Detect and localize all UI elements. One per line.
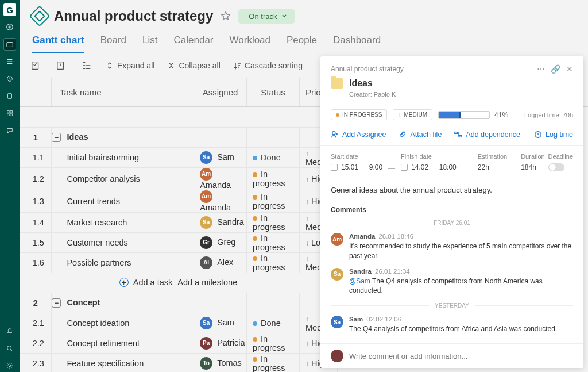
add-dependence-button[interactable]: Add dependence: [454, 131, 520, 139]
task-row[interactable]: 2.1 Concept ideation SaSam Done ↑Medium: [20, 313, 338, 333]
status-cell[interactable]: Done: [247, 313, 300, 333]
col-task-name[interactable]: Task name: [52, 78, 194, 106]
svg-rect-6: [7, 114, 10, 116]
assignee-cell[interactable]: AmAmanda: [194, 190, 247, 212]
task-name-cell[interactable]: Current trends: [52, 190, 194, 212]
tab-dashboard[interactable]: Dashboard: [333, 34, 381, 53]
assignee-cell[interactable]: SaSandra: [194, 212, 247, 232]
task-row[interactable]: 2.3 Feature specification ToTomas In pro…: [20, 353, 338, 372]
svg-rect-3: [8, 94, 12, 99]
clock-icon[interactable]: [3, 72, 16, 85]
tab-board[interactable]: Board: [100, 34, 126, 53]
task-row[interactable]: 2.2 Concept refinement PaPatricia In pro…: [20, 333, 338, 353]
comment-author[interactable]: Sandra: [349, 268, 372, 275]
status-cell[interactable]: Done: [247, 147, 300, 167]
priority-badge[interactable]: ↑MEDIUM: [393, 109, 432, 120]
assignee-cell[interactable]: GrGreg: [194, 232, 247, 252]
task-group-row[interactable]: 2 −Concept: [20, 293, 338, 313]
tab-workload[interactable]: Workload: [230, 34, 271, 53]
tab-calendar[interactable]: Calendar: [174, 34, 214, 53]
comment-input[interactable]: [349, 352, 573, 361]
mention[interactable]: @Sam: [349, 277, 370, 285]
log-time-button[interactable]: Log time: [534, 131, 573, 139]
gear-icon[interactable]: [3, 359, 16, 372]
bell-icon[interactable]: [3, 325, 16, 338]
task-group-row[interactable]: 1 −Ideas: [20, 127, 338, 147]
collapse-all-button[interactable]: Collapse all: [167, 61, 220, 70]
list-icon[interactable]: [3, 55, 16, 68]
project-status-pill[interactable]: On track: [238, 9, 295, 24]
projects-icon[interactable]: [3, 38, 16, 51]
status-cell[interactable]: In progress: [247, 333, 300, 353]
task-description[interactable]: General ideas about the annual product s…: [320, 180, 583, 200]
cascade-sorting-button[interactable]: Cascade sorting: [233, 61, 303, 70]
assignee-cell[interactable]: PaPatricia: [194, 333, 247, 353]
tab-people[interactable]: People: [287, 34, 317, 53]
chat-icon[interactable]: [3, 124, 16, 137]
file-icon[interactable]: [3, 90, 16, 102]
status-cell[interactable]: In progress: [247, 212, 300, 232]
comment-author[interactable]: Amanda: [349, 233, 375, 240]
close-icon[interactable]: ✕: [566, 64, 573, 74]
task-name-cell[interactable]: Feature specification: [52, 353, 194, 372]
task-name-cell[interactable]: Concept refinement: [52, 333, 194, 353]
status-cell[interactable]: In progress: [247, 167, 300, 190]
toolbar-hierarchy-icon[interactable]: [80, 59, 93, 72]
task-name-cell[interactable]: Customer needs: [52, 232, 194, 252]
finish-date-value[interactable]: 14.02 18:00: [401, 163, 457, 171]
add-assignee-button[interactable]: Add Assignee: [331, 131, 386, 139]
col-status[interactable]: Status: [247, 78, 300, 106]
task-name-cell[interactable]: Possible partners: [52, 252, 194, 273]
col-assigned[interactable]: Assigned: [194, 78, 247, 106]
panel-breadcrumb[interactable]: Annual product strategy: [331, 65, 404, 73]
start-date-label: Start date: [331, 153, 382, 160]
grid-icon[interactable]: [3, 107, 16, 120]
add-icon[interactable]: [3, 21, 16, 33]
assignee-cell[interactable]: SaSam: [194, 147, 247, 167]
tab-list[interactable]: List: [142, 34, 157, 53]
status-badge[interactable]: IN PROGRESS: [331, 109, 387, 120]
assignee-cell[interactable]: AlAlex: [194, 252, 247, 273]
collapse-icon[interactable]: −: [52, 298, 61, 308]
task-row[interactable]: 1.1 Initial brainstorming SaSam Done ↑Me…: [20, 147, 338, 167]
avatar: Am: [200, 168, 212, 181]
task-name-cell[interactable]: Market research: [52, 212, 194, 232]
task-name-cell[interactable]: Initial brainstorming: [52, 147, 194, 167]
task-name-cell[interactable]: Competitor analysis: [52, 167, 194, 190]
status-cell[interactable]: In progress: [247, 232, 300, 252]
avatar: Am: [331, 233, 343, 246]
start-date-value[interactable]: 15.01 9:00: [331, 163, 382, 171]
status-cell[interactable]: In progress: [247, 252, 300, 273]
task-row[interactable]: 1.5 Customer needs GrGreg In progress ↓L…: [20, 232, 338, 252]
search-icon[interactable]: [3, 342, 16, 355]
toolbar-check-icon[interactable]: [30, 59, 42, 72]
task-row[interactable]: 1.2 Competitor analysis AmAmanda In prog…: [20, 167, 338, 190]
svg-rect-13: [455, 132, 457, 134]
collapse-icon[interactable]: −: [52, 133, 61, 142]
add-milestone-button[interactable]: Add a milestone: [177, 278, 237, 287]
avatar: Sa: [200, 317, 212, 329]
expand-all-button[interactable]: Expand all: [106, 61, 154, 70]
estimation-value[interactable]: 22h: [478, 163, 507, 171]
status-cell[interactable]: In progress: [247, 190, 300, 212]
add-task-button[interactable]: +Add a task: [119, 278, 173, 287]
assignee-cell[interactable]: SaSam: [194, 313, 247, 333]
comment-author[interactable]: Sam: [349, 316, 363, 323]
favorite-star-icon[interactable]: [220, 10, 231, 22]
duration-value[interactable]: 184h: [521, 163, 545, 171]
attach-file-button[interactable]: Attach file: [399, 131, 442, 139]
assignee-cell[interactable]: AmAmanda: [194, 167, 247, 190]
progress-indicator[interactable]: 41%: [438, 111, 508, 119]
task-name-cell[interactable]: Concept ideation: [52, 313, 194, 333]
more-icon[interactable]: ⋯: [537, 64, 545, 74]
status-cell[interactable]: In progress: [247, 353, 300, 372]
assignee-cell[interactable]: ToTomas: [194, 353, 247, 372]
toolbar-alert-icon[interactable]: [55, 59, 68, 72]
task-row[interactable]: 1.4 Market research SaSandra In progress…: [20, 212, 338, 232]
task-row[interactable]: 1.3 Current trends AmAmanda In progress …: [20, 190, 338, 212]
task-row[interactable]: 1.6 Possible partners AlAlex In progress…: [20, 252, 338, 273]
app-logo[interactable]: G: [3, 3, 16, 16]
deadline-toggle[interactable]: [548, 163, 564, 171]
tab-gantt[interactable]: Gantt chart: [32, 34, 84, 53]
link-icon[interactable]: 🔗: [551, 64, 560, 74]
